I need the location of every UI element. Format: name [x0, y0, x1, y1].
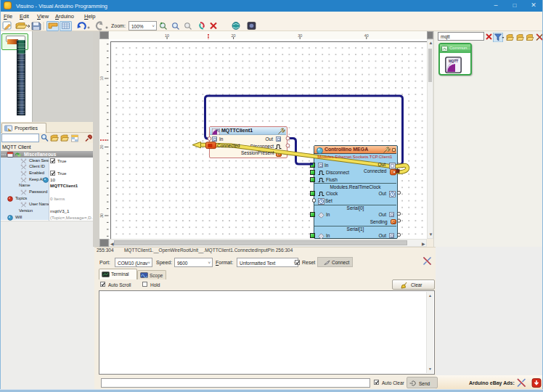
svg-text:20: 20 — [99, 144, 104, 149]
svg-text:30: 30 — [99, 213, 104, 218]
svg-text:Connected: Connected — [364, 168, 387, 173]
svg-text:10: 10 — [165, 33, 169, 38]
svg-text:MQTT: MQTT — [449, 60, 458, 63]
svg-text:Modules.Ethernet.Sockets.TCP.C: Modules.Ethernet.Sockets.TCP.Client1 — [317, 155, 393, 159]
svg-text:20: 20 — [232, 33, 236, 38]
svg-text:Connected: Connected — [217, 143, 240, 148]
svg-text:Out: Out — [378, 162, 386, 167]
svg-text:SessionPresent: SessionPresent — [241, 150, 274, 155]
svg-text:30: 30 — [298, 33, 302, 38]
svg-text:10: 10 — [99, 76, 104, 81]
svg-text:40: 40 — [364, 33, 369, 38]
